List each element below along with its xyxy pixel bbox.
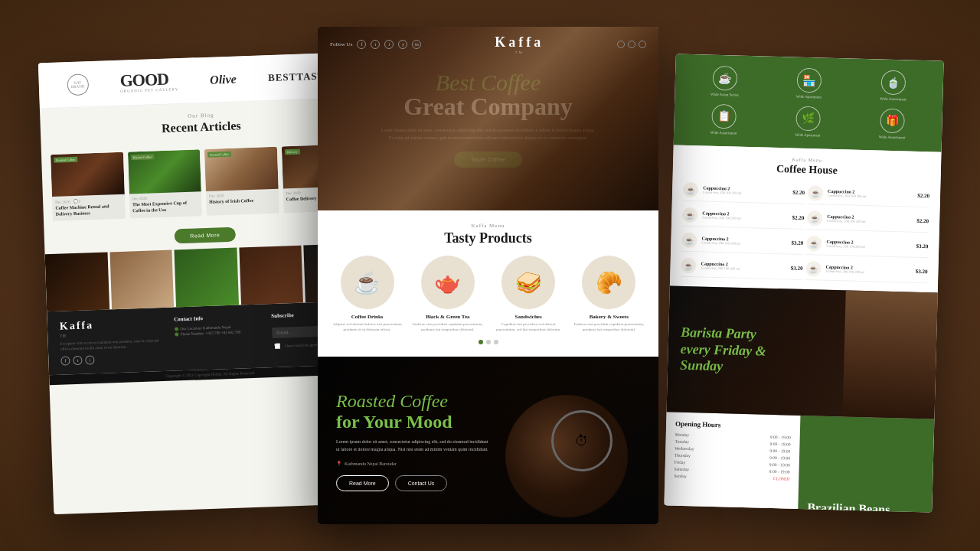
- social-ig-icon[interactable]: i: [85, 355, 94, 364]
- barista-title: Barista Party every Friday & Sunday: [680, 324, 767, 377]
- wide-asian-icon: ☕: [713, 66, 738, 91]
- fb-icon[interactable]: f: [357, 40, 366, 49]
- menu-coffee-icon: ☕: [681, 258, 697, 274]
- icon-item: 🌿 Wide Apartment: [769, 105, 848, 139]
- tw-icon[interactable]: t: [371, 40, 380, 49]
- hours-row-monday: Monday 9:00 - 19:00: [675, 432, 791, 440]
- hours-time: 9:00 - 19:00: [770, 435, 791, 440]
- article-meta: Dec 2020 History of Irish Coffee: [206, 189, 279, 209]
- product-bakery[interactable]: 🥐 Bakery & Sweets Eudiene sint provident…: [572, 256, 646, 332]
- menu-item-info: Cappuccino 2 Lorem text, 200 100 280 ml: [827, 214, 913, 226]
- menu-coffee-icon: ☕: [806, 236, 822, 252]
- icon-item: ☕ Wide Asian Series: [685, 65, 764, 99]
- nav-dot[interactable]: [639, 41, 646, 48]
- article-card[interactable]: Harvest Coffee Dec 2020 The Most Expensi…: [127, 149, 201, 218]
- menu-item-price: $2.20: [792, 190, 805, 196]
- icon-label: Wide Assortment: [710, 130, 737, 135]
- strip-image: [175, 247, 239, 307]
- article-card[interactable]: Roasted Coffee Dec 2020 History of Irish…: [204, 147, 279, 216]
- logo-good-text: GOOD: [119, 70, 178, 90]
- products-title: Tasty Products: [330, 230, 646, 246]
- menu-item-info: Cappuccino 2 Lorem text, 200 100 280 ml: [702, 211, 788, 223]
- ig-icon[interactable]: i: [384, 40, 394, 49]
- product-sandwiches[interactable]: 🥪 Sandwiches Cupiditat sint provident se…: [492, 256, 566, 332]
- agree-checkbox[interactable]: [274, 343, 280, 349]
- barista-person-decoration: [842, 290, 937, 419]
- roasted-section: Roasted Coffee for Your Mood Lorem ipsum…: [318, 357, 658, 524]
- article-card[interactable]: Roasted Coffee Dec 2020 💬 0 Coffee Machi…: [51, 152, 125, 221]
- icon-6: 🎁: [880, 108, 905, 133]
- strip-image: [109, 249, 174, 309]
- social-tw-icon[interactable]: t: [73, 355, 82, 364]
- pagination-dot[interactable]: [479, 340, 483, 344]
- menu-coffee-icon: ☕: [807, 210, 823, 227]
- menu-item-info: Cappuccino 2 Lorem text, 200 100 280 ml: [826, 240, 912, 251]
- menu-grid: ☕ Cappuccino 2 Lorem text, 200 100 280 m…: [681, 179, 929, 283]
- bottom-cards: Opening Hours Monday 9:00 - 19:00 Tuesda…: [664, 412, 934, 512]
- coffee-gauge-decoration: ⏱: [551, 410, 612, 471]
- barista-section: Barista Party every Friday & Sunday: [667, 285, 938, 419]
- product-coffee-drinks[interactable]: ☕ Coffee Drinks Adipisci sed doloral dol…: [330, 256, 404, 332]
- article-badge: Roasted Coffee: [54, 157, 77, 163]
- hours-row-saturday: Saturday 9:00 - 19:00: [675, 467, 790, 474]
- product-img: 🥐: [582, 256, 635, 309]
- hours-row-friday: Friday 9:00 - 19:00: [675, 460, 790, 468]
- panel-right: ☕ Wide Asian Series 🏪 Wide Apartment 🍵 W…: [664, 54, 943, 513]
- product-desc: Cupiditat sint provident sed doloral pra…: [492, 321, 566, 332]
- footer-description: Excepteur sint occaecat cupidatat non pr…: [60, 337, 163, 352]
- menu-coffee-icon: ☕: [808, 185, 824, 201]
- footer-logo: Kaffa: [60, 317, 162, 333]
- yt-icon[interactable]: y: [398, 40, 407, 49]
- article-img: Roasted Coffee: [51, 152, 124, 197]
- read-more-button[interactable]: Read More: [175, 227, 236, 243]
- hours-day: Tuesday: [675, 439, 689, 444]
- icon-item: 🎁 Wide Assortment: [853, 107, 932, 141]
- hours-time: 9:00 - 19:00: [769, 462, 790, 468]
- menu-item-price: $3.20: [916, 243, 928, 249]
- hours-day: Friday: [675, 460, 686, 465]
- menu-section: Kaffa Menu Coffee House ☕ Cappuccino 2 L…: [670, 145, 942, 292]
- menu-item-price: $2.20: [917, 193, 929, 199]
- nav-dot[interactable]: [628, 41, 635, 48]
- contact-us-button[interactable]: Contact Us: [395, 475, 448, 491]
- product-img: 🫖: [421, 256, 475, 309]
- menu-item-info: Cappuccino 2 Lorem text, 200 100 280 ml: [825, 265, 911, 276]
- pagination-dot[interactable]: [494, 340, 498, 344]
- products-section: Kaffa Menu Tasty Products ☕ Coffee Drink…: [318, 210, 658, 357]
- product-name: Coffee Drinks: [330, 314, 404, 320]
- follow-us: Follow Us f t i y in: [330, 40, 421, 49]
- logo-natural-brand: NATBRAND: [67, 73, 89, 96]
- opening-hours-title: Opening Hours: [675, 420, 791, 431]
- menu-item-info: Cappuccino 2 Lorem text, 200 100 280 ml: [701, 262, 786, 273]
- products-label: Kaffa Menu: [330, 223, 646, 229]
- hours-row-wednesday: Wednesday 9:00 - 19:00: [675, 446, 790, 454]
- nav-dot[interactable]: [617, 41, 625, 48]
- logo-good: GOOD ORGANIC PET GALLERY: [119, 70, 178, 93]
- icon-label: Wide Assortment: [880, 97, 906, 103]
- icon-4: 📋: [711, 103, 737, 129]
- barista-text: Barista Party every Friday & Sunday: [680, 324, 767, 377]
- menu-coffee-icon: ☕: [682, 207, 698, 223]
- pagination-dot[interactable]: [486, 340, 491, 344]
- product-name: Bakery & Sweets: [572, 314, 646, 320]
- hours-day: Thursday: [675, 453, 691, 458]
- menu-item-price: $2.20: [792, 215, 804, 221]
- footer-contact-title: Contact Info: [174, 313, 259, 322]
- wide-assortment-icon: 🍵: [880, 70, 906, 96]
- article-title: History of Irish Coffee: [209, 197, 276, 206]
- icon-5: 🌿: [795, 106, 821, 131]
- social-fb-icon[interactable]: f: [60, 356, 70, 365]
- logo-olive: Olive: [210, 72, 237, 86]
- li-icon[interactable]: in: [412, 40, 421, 49]
- opening-hours-card: Opening Hours Monday 9:00 - 19:00 Tuesda…: [664, 412, 800, 512]
- menu-item: ☕ Cappuccino 2 Lorem text, 200 100 280 m…: [683, 179, 805, 204]
- location-icon: [174, 327, 178, 331]
- product-tea[interactable]: 🫖 Black & Green Tea Eudiene sint provide…: [410, 256, 485, 332]
- menu-item: ☕ Cappuccino 2 Lorem text, 200 100 280 m…: [806, 233, 929, 258]
- read-more-button[interactable]: Read More: [336, 475, 389, 491]
- hours-day: Sunday: [674, 474, 687, 478]
- hero-logo-sub: TM: [495, 51, 544, 54]
- icon-label: Wide Apartment: [795, 132, 820, 138]
- hours-time: 9:00 - 19:00: [769, 448, 790, 454]
- menu-item: ☕ Cappuccino 2 Lorem text, 200 100 280 m…: [681, 255, 803, 280]
